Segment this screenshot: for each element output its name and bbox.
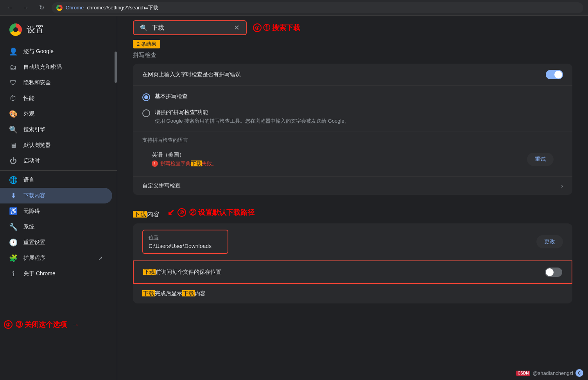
chrome-mini-icon: C (575, 369, 583, 377)
chrome-label: Chrome (66, 5, 84, 11)
forward-button[interactable]: → (20, 2, 31, 13)
performance-icon: ⏱ (9, 95, 17, 102)
ask-toggle-thumb (546, 268, 554, 276)
search-magnifier-icon: 🔍 (140, 24, 148, 32)
sidebar-label-about: 关于 Chrome (23, 270, 56, 277)
extensions-icon: 🧩 (9, 254, 17, 262)
sidebar-header: 设置 (0, 16, 117, 44)
startup-icon: ⏻ (9, 157, 17, 165)
show-download-highlight2: 下载 (182, 290, 195, 296)
person-icon: 👤 (9, 48, 17, 55)
sidebar-item-language[interactable]: 🌐 语言 (0, 172, 112, 188)
sidebar-item-extensions[interactable]: 🧩 扩展程序 ↗ (0, 250, 112, 266)
annotation-2-area: ↙ ② ② 设置默认下载路径 (167, 207, 255, 218)
annotation-circle-1: ① (253, 23, 262, 32)
sidebar-label-browser: 默认浏览器 (23, 142, 51, 149)
search-input[interactable] (152, 24, 230, 31)
sidebar-item-appearance[interactable]: 🎨 外观 (0, 106, 112, 122)
annotation-text-1: ① 搜索下载 (263, 23, 300, 32)
ask-download-highlight: 下载 (143, 269, 156, 275)
radio-enhanced-btn[interactable] (142, 109, 150, 117)
sidebar-item-startup[interactable]: ⏻ 启动时 (0, 153, 112, 169)
retry-button[interactable]: 重试 (527, 153, 554, 166)
ask-save-label: 下载前询问每个文件的保存位置 (143, 269, 221, 276)
radio-basic-label: 基本拼写检查 (155, 93, 188, 100)
spell-check-main-label: 在网页上输入文字时检查是否有拼写错误 (142, 71, 241, 78)
about-icon: ℹ (9, 270, 17, 278)
annotation-circle-2: ② (177, 208, 186, 217)
sidebar-item-accessibility[interactable]: ♿ 无障碍 (0, 203, 112, 219)
show-download-highlight1: 下载 (142, 290, 155, 296)
watermark-username: @shadianchengzi (532, 370, 573, 376)
lang-row-english: 英语（美国） ! 拼写检查字典下载失败。 重试 (142, 147, 563, 172)
browser-bar: ← → ↻ Chrome chrome://settings/?search=下… (0, 0, 588, 16)
back-button[interactable]: ← (5, 2, 16, 13)
search-input-wrapper[interactable]: 🔍 ✕ (133, 20, 247, 35)
sidebar-item-autofill[interactable]: 🗂 自动填充和密码 (0, 59, 112, 75)
spell-check-main-toggle[interactable] (546, 70, 563, 79)
arrow-down-right-icon: ↙ (167, 207, 174, 218)
custom-spell-check-label: 自定义拼写检查 (142, 182, 181, 189)
reset-icon: 🕐 (9, 239, 17, 246)
sidebar-item-google[interactable]: 👤 您与 Google (0, 44, 112, 59)
address-bar[interactable]: Chrome chrome://settings/?search=下载 (52, 2, 583, 13)
sidebar-item-reset[interactable]: 🕐 重置设置 (0, 235, 112, 250)
refresh-button[interactable]: ↻ (36, 2, 47, 13)
sidebar-label-autofill: 自动填充和密码 (23, 64, 62, 71)
radio-basic-btn[interactable] (142, 93, 150, 101)
show-downloads-row: 下载完成后显示下载内容 (133, 284, 572, 303)
clear-search-button[interactable]: ✕ (234, 23, 240, 32)
custom-spell-check-row[interactable]: 自定义拼写检查 › (133, 177, 572, 195)
sidebar-label-downloads: 下载内容 (23, 192, 45, 199)
location-label: 位置 (149, 234, 222, 241)
sidebar-item-system[interactable]: 🔧 系统 (0, 219, 112, 235)
annotation-text-2: ② 设置默认下载路径 (189, 208, 255, 217)
arrow-right-icon: → (72, 320, 79, 329)
accessibility-icon: ♿ (9, 207, 17, 215)
external-link-icon: ↗ (98, 255, 103, 261)
annotation-text-3: ③ 关闭这个选项 (16, 320, 67, 329)
sidebar-item-about[interactable]: ℹ 关于 Chrome (0, 266, 112, 282)
shield-icon: 🛡 (9, 79, 17, 87)
radio-basic[interactable]: 基本拼写检查 (142, 89, 563, 105)
error-icon: ! (152, 161, 158, 167)
ask-save-toggle[interactable] (545, 268, 562, 277)
sidebar-item-default-browser[interactable]: 🖥 默认浏览器 (0, 137, 112, 153)
radio-enhanced[interactable]: 增强的"拼写检查"功能 使用 Google 搜索所用的拼写检查工具。您在浏览器中… (142, 105, 563, 128)
annotation-circle-3: ③ (4, 320, 13, 329)
location-card: 位置 C:\Users\User\Downloads 更改 下载前询问每个文件的… (133, 223, 572, 303)
sidebar-label-appearance: 外观 (23, 111, 34, 118)
watermark: CSDN @shadianchengzi C (516, 369, 583, 377)
sidebar-item-performance[interactable]: ⏱ 性能 (0, 91, 112, 106)
spell-check-toggle-row: 在网页上输入文字时检查是否有拼写错误 (133, 64, 572, 86)
sidebar-label-privacy: 隐私和安全 (23, 79, 51, 86)
lang-error-row: ! 拼写检查字典下载失败。 (152, 160, 217, 167)
location-box: 位置 C:\Users\User\Downloads (142, 230, 228, 254)
radio-enhanced-label: 增强的"拼写检查"功能 (155, 109, 350, 116)
search-icon: 🔍 (9, 126, 17, 134)
downloads-section-header-area: 下载内容 ↙ ② ② 设置默认下载路径 (133, 201, 572, 223)
sidebar-label-system: 系统 (23, 223, 34, 230)
sidebar-item-search[interactable]: 🔍 搜索引擎 (0, 122, 112, 137)
supported-lang-title: 支持拼写检查的语言 (142, 137, 563, 144)
location-row: 位置 C:\Users\User\Downloads 更改 (133, 223, 572, 260)
sidebar-item-privacy[interactable]: 🛡 隐私和安全 (0, 75, 112, 91)
change-location-button[interactable]: 更改 (536, 235, 563, 248)
download-highlight-title: 下载 (133, 211, 147, 218)
sidebar-item-downloads[interactable]: ⬇ 下载内容 (0, 188, 112, 203)
supported-lang-section: 支持拼写检查的语言 英语（美国） ! 拼写检查字典下载失败。 重试 (133, 132, 572, 177)
search-container: 🔍 ✕ ① ① 搜索下载 (117, 16, 588, 40)
sidebar-label-performance: 性能 (23, 95, 34, 102)
annotation-3-area: ③ ③ 关闭这个选项 → (4, 320, 79, 329)
lang-error-text: 拼写检查字典下载失败。 (160, 160, 217, 167)
sidebar-label-extensions: 扩展程序 (23, 255, 45, 262)
address-text: chrome://settings/?search=下载 (87, 4, 158, 11)
spell-check-card: 在网页上输入文字时检查是否有拼写错误 基本拼写检查 (133, 64, 572, 195)
csdn-logo: CSDN (516, 371, 530, 376)
show-downloads-label: 下载完成后显示下载内容 (142, 290, 206, 297)
spell-check-section-title: 拼写检查 (133, 52, 572, 59)
scrollbar-thumb[interactable] (115, 52, 117, 83)
toggle-thumb (554, 71, 562, 78)
sidebar-label-reset: 重置设置 (23, 239, 45, 246)
sidebar-label-accessibility: 无障碍 (23, 208, 40, 215)
